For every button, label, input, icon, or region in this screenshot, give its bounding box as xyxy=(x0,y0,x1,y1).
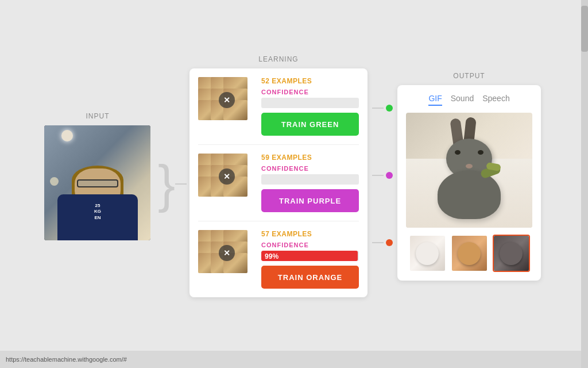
purple-confidence-label: CONFIDENCE xyxy=(261,165,359,172)
scrollbar[interactable] xyxy=(581,0,588,368)
bottom-bar: https://teachablemachine.withgoogle.com/… xyxy=(0,351,581,368)
output-image-frame xyxy=(406,113,532,228)
rabbit-body xyxy=(438,170,501,219)
orange-connector-row xyxy=(372,239,393,246)
class-purple-section: ✕ 59 EXAMPLES CONFIDENCE TRAIN PURPLE xyxy=(198,154,359,221)
dark-animal-shape xyxy=(500,242,523,265)
green-delete-icon[interactable]: ✕ xyxy=(219,92,235,108)
scrollbar-thumb[interactable] xyxy=(581,6,588,52)
purple-confidence-bar xyxy=(261,174,359,185)
purple-examples-count: 59 EXAMPLES xyxy=(261,154,359,162)
green-line xyxy=(372,108,384,109)
tab-sound[interactable]: Sound xyxy=(451,94,474,106)
learning-section: LEARNING xyxy=(189,53,368,297)
class-green-section: ✕ 52 EXAMPLES CONFIDENCE TRAIN GREEN xyxy=(198,77,359,145)
learning-card: ✕ 52 EXAMPLES CONFIDENCE TRAIN GREEN xyxy=(189,68,368,297)
green-examples-count: 52 EXAMPLES xyxy=(261,77,359,85)
thumb-white-img xyxy=(410,236,445,271)
class-orange-right: 57 EXAMPLES CONFIDENCE 99% TRAIN ORANGE xyxy=(261,230,359,289)
person-glasses xyxy=(77,179,118,187)
tab-speech[interactable]: Speech xyxy=(482,94,509,106)
layout-wrapper: INPUT 25KGEN xyxy=(40,12,541,339)
person-body: 25KGEN xyxy=(57,194,138,240)
train-purple-button[interactable]: TRAIN PURPLE xyxy=(261,189,359,212)
orange-confidence-fill: 99% xyxy=(261,251,358,261)
brown-animal-shape xyxy=(458,242,481,265)
green-thumbnails: ✕ xyxy=(198,77,256,123)
output-tabs: GIF Sound Speech xyxy=(406,94,532,106)
left-bracket-connector: } xyxy=(158,158,187,210)
rabbit-scene xyxy=(406,113,532,228)
thumbnail-strip xyxy=(406,235,532,272)
class-purple-right: 59 EXAMPLES CONFIDENCE TRAIN PURPLE xyxy=(261,154,359,212)
shirt-text: 25KGEN xyxy=(94,203,101,221)
output-label: OUTPUT xyxy=(453,72,485,80)
green-connector-row xyxy=(372,105,393,112)
rabbit-eye-right xyxy=(478,150,483,155)
output-thumb-dark[interactable] xyxy=(493,235,530,272)
train-orange-button[interactable]: TRAIN ORANGE xyxy=(261,266,359,289)
orange-dot xyxy=(386,239,393,246)
rabbit-nose xyxy=(466,164,473,168)
train-green-button[interactable]: TRAIN GREEN xyxy=(261,113,359,136)
orange-examples-count: 57 EXAMPLES xyxy=(261,230,359,238)
purple-line xyxy=(372,175,384,176)
orange-confidence-bar: 99% xyxy=(261,251,359,261)
main-area: INPUT 25KGEN xyxy=(0,0,581,351)
tab-gif[interactable]: GIF xyxy=(428,94,442,106)
bracket-left: } xyxy=(158,158,175,210)
thumb-brown-img xyxy=(452,236,487,271)
white-animal-shape xyxy=(416,242,439,265)
webcam-frame: 25KGEN xyxy=(44,125,150,240)
output-thumb-brown[interactable] xyxy=(451,235,488,272)
input-panel: INPUT 25KGEN xyxy=(40,110,155,240)
class-orange-section: ✕ 57 EXAMPLES CONFIDENCE 99% TRAIN ORANG… xyxy=(198,230,359,289)
orange-confidence-label: CONFIDENCE xyxy=(261,241,359,248)
green-dot xyxy=(386,105,393,112)
purple-delete-icon[interactable]: ✕ xyxy=(219,168,235,185)
input-label: INPUT xyxy=(86,112,109,120)
learning-label: LEARNING xyxy=(258,55,298,63)
orange-thumbnails: ✕ xyxy=(198,230,256,276)
output-section: OUTPUT GIF Sound Speech xyxy=(397,70,541,281)
right-connector-dots xyxy=(372,75,393,276)
class-purple-header: ✕ 59 EXAMPLES CONFIDENCE TRAIN PURPLE xyxy=(198,154,359,212)
output-thumb-white[interactable] xyxy=(409,235,446,272)
rabbit-eye-left xyxy=(455,150,461,155)
output-card: GIF Sound Speech xyxy=(397,85,541,281)
orange-line xyxy=(372,242,384,243)
green-confidence-label: CONFIDENCE xyxy=(261,89,359,95)
green-confidence-bar xyxy=(261,98,359,108)
purple-dot xyxy=(386,172,393,179)
thumb-dark-img xyxy=(494,236,529,271)
url-display: https://teachablemachine.withgoogle.com/… xyxy=(6,356,127,363)
class-orange-header: ✕ 57 EXAMPLES CONFIDENCE 99% TRAIN ORANG… xyxy=(198,230,359,289)
purple-connector-row xyxy=(372,172,393,179)
orange-delete-icon[interactable]: ✕ xyxy=(219,245,235,261)
connector-line-left xyxy=(175,183,187,185)
orange-confidence-text: 99% xyxy=(261,252,278,260)
class-green-header: ✕ 52 EXAMPLES CONFIDENCE TRAIN GREEN xyxy=(198,77,359,136)
purple-thumbnails: ✕ xyxy=(198,154,256,200)
class-green-right: 52 EXAMPLES CONFIDENCE TRAIN GREEN xyxy=(261,77,359,136)
